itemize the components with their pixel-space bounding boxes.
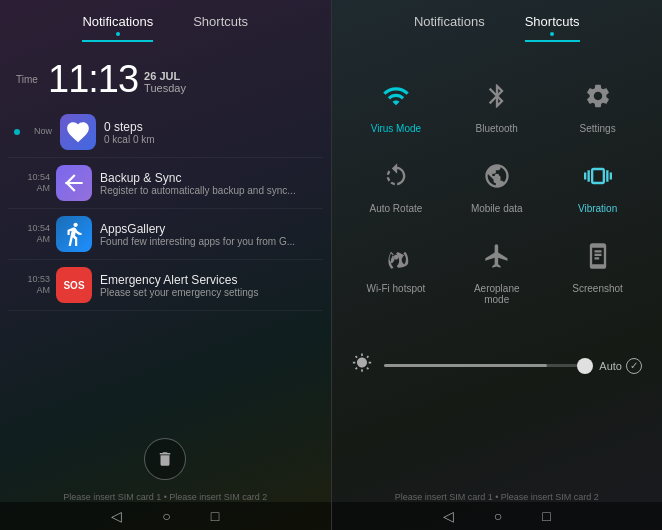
screenshot-icon <box>584 242 612 277</box>
nav-home-right[interactable]: ○ <box>494 508 502 524</box>
tab-shortcuts-left[interactable]: Shortcuts <box>193 14 248 42</box>
shortcut-label-mobile-data: Mobile data <box>471 203 523 214</box>
tab-shortcuts-right[interactable]: Shortcuts <box>525 14 580 42</box>
time-header: Time 11:13 26 JUL Tuesday <box>8 50 323 107</box>
nav-recent-left[interactable]: □ <box>211 508 219 524</box>
shortcut-virus-mode[interactable]: Virus Mode <box>348 70 445 146</box>
shortcut-wifi-hotspot[interactable]: Wi-Fi hotspot <box>348 230 445 317</box>
shortcut-screenshot[interactable]: Screenshot <box>549 230 646 317</box>
tab-active-dot-right <box>550 32 554 36</box>
right-tabs: Notifications Shortcuts <box>332 0 663 50</box>
tab-active-dot <box>116 32 120 36</box>
notif-desc-1: Register to automatically backup and syn… <box>100 185 319 196</box>
notif-desc-2: Found few interesting apps for you from … <box>100 236 319 247</box>
hotspot-icon <box>382 242 410 277</box>
shortcut-bluetooth[interactable]: Bluetooth <box>448 70 545 146</box>
notifications-list: Time 11:13 26 JUL Tuesday Now 0 steps 0 … <box>0 50 331 311</box>
notif-title-2: AppsGallery <box>100 222 319 236</box>
shortcut-label-settings: Settings <box>580 123 616 134</box>
tab-notifications-right[interactable]: Notifications <box>414 14 485 42</box>
brightness-fill <box>384 364 547 367</box>
vibration-icon <box>584 162 612 197</box>
shortcut-label-aeroplane: Aeroplanemode <box>474 283 520 305</box>
bluetooth-icon <box>483 82 511 117</box>
sim-info-left: Please insert SIM card 1 • Please insert… <box>0 492 331 502</box>
settings-icon <box>584 82 612 117</box>
notif-item-sync[interactable]: 10:54AM Backup & Sync Register to automa… <box>8 158 323 209</box>
right-panel: Notifications Shortcuts Virus Mode Bluet… <box>332 0 663 530</box>
brightness-thumb <box>577 358 593 374</box>
date-info: 26 JUL Tuesday <box>144 70 186 94</box>
brightness-auto: Auto ✓ <box>599 358 642 374</box>
sim-info-right: Please insert SIM card 1 • Please insert… <box>332 492 663 502</box>
notif-desc-0: 0 kcal 0 km <box>104 134 319 145</box>
notif-icon-health <box>60 114 96 150</box>
notif-title-1: Backup & Sync <box>100 171 319 185</box>
shortcut-settings[interactable]: Settings <box>549 70 646 146</box>
nav-home-left[interactable]: ○ <box>162 508 170 524</box>
notif-content-3: Emergency Alert Services Please set your… <box>100 273 319 298</box>
nav-back-left[interactable]: ◁ <box>111 508 122 524</box>
notif-icon-apps <box>56 216 92 252</box>
shortcut-aeroplane[interactable]: Aeroplanemode <box>448 230 545 317</box>
brightness-bar: Auto ✓ <box>332 337 663 394</box>
clock-display: 11:13 <box>48 58 138 101</box>
shortcut-label-bluetooth: Bluetooth <box>476 123 518 134</box>
date-day: 26 JUL <box>144 70 186 82</box>
notif-icon-emergency: SOS <box>56 267 92 303</box>
notif-time-1: 10:54AM <box>12 172 50 194</box>
nav-back-right[interactable]: ◁ <box>443 508 454 524</box>
notif-icon-sync <box>56 165 92 201</box>
aeroplane-icon <box>483 242 511 277</box>
shortcut-mobile-data[interactable]: Mobile data <box>448 150 545 226</box>
mobile-data-icon <box>483 162 511 197</box>
notif-time-0: Now <box>20 126 52 138</box>
shortcut-label-virus-mode: Virus Mode <box>371 123 421 134</box>
shortcut-vibration[interactable]: Vibration <box>549 150 646 226</box>
shortcut-auto-rotate[interactable]: Auto Rotate <box>348 150 445 226</box>
wifi-icon <box>382 82 410 117</box>
notif-title-3: Emergency Alert Services <box>100 273 319 287</box>
delete-notifications-button[interactable] <box>144 438 186 480</box>
notif-item-apps[interactable]: 10:54AM AppsGallery Found few interestin… <box>8 209 323 260</box>
notif-content-2: AppsGallery Found few interesting apps f… <box>100 222 319 247</box>
nav-bar-right: ◁ ○ □ <box>332 502 663 530</box>
date-weekday: Tuesday <box>144 82 186 94</box>
nav-recent-right[interactable]: □ <box>542 508 550 524</box>
left-panel: Notifications Shortcuts Time 11:13 26 JU… <box>0 0 331 530</box>
auto-check[interactable]: ✓ <box>626 358 642 374</box>
notif-content-0: 0 steps 0 kcal 0 km <box>104 120 319 145</box>
shortcut-label-vibration: Vibration <box>578 203 617 214</box>
shortcut-label-auto-rotate: Auto Rotate <box>370 203 423 214</box>
svg-rect-0 <box>65 182 67 184</box>
brightness-track[interactable] <box>384 364 588 367</box>
nav-bar-left: ◁ ○ □ <box>0 502 331 530</box>
rotate-icon <box>382 162 410 197</box>
notif-content-1: Backup & Sync Register to automatically … <box>100 171 319 196</box>
shortcuts-grid: Virus Mode Bluetooth Settings Auto Rotat… <box>332 58 663 329</box>
notif-item-emergency[interactable]: 10:53AM SOS Emergency Alert Services Ple… <box>8 260 323 311</box>
notif-title-0: 0 steps <box>104 120 319 134</box>
notif-time-3: 10:53AM <box>12 274 50 296</box>
notif-item-health[interactable]: Now 0 steps 0 kcal 0 km <box>8 107 323 158</box>
brightness-icon <box>352 353 372 378</box>
time-label: Time <box>16 74 48 85</box>
tab-notifications-left[interactable]: Notifications <box>82 14 153 42</box>
shortcut-label-wifi-hotspot: Wi-Fi hotspot <box>366 283 425 294</box>
notif-desc-3: Please set your emergency settings <box>100 287 319 298</box>
shortcut-label-screenshot: Screenshot <box>572 283 623 294</box>
left-tabs: Notifications Shortcuts <box>0 0 331 50</box>
notif-time-2: 10:54AM <box>12 223 50 245</box>
